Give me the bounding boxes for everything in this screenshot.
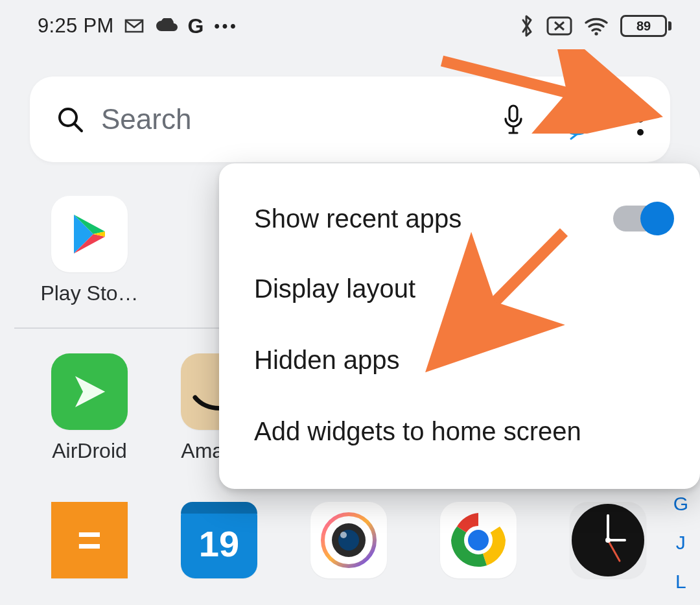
status-time: 9:25 PM (38, 14, 114, 38)
app-chrome[interactable] (414, 502, 543, 578)
menu-item-label: Hidden apps (254, 346, 400, 375)
app-label: AirDroid (31, 439, 148, 463)
menu-item-label: Display layout (254, 274, 415, 303)
battery-indicator: 89 (620, 15, 671, 37)
app-label: Play Sto… (31, 281, 148, 305)
status-right: 89 (519, 14, 671, 38)
menu-display-layout[interactable]: Display layout (219, 253, 700, 324)
adblock-icon (546, 16, 572, 36)
menu-item-label: Show recent apps (254, 204, 461, 233)
menu-item-label: Add widgets to home screen (254, 417, 581, 446)
bluetooth-icon (519, 14, 535, 38)
wifi-icon (584, 16, 609, 36)
overflow-menu-button[interactable] (617, 96, 664, 143)
voice-search-button[interactable] (490, 96, 537, 143)
status-bar: 9:25 PM G ••• 89 (0, 0, 700, 52)
overflow-menu: Show recent apps Display layout Hidden a… (219, 163, 700, 489)
more-notifications-icon: ••• (214, 18, 238, 34)
search-input[interactable] (101, 103, 473, 136)
app-calendar[interactable]: 19 (154, 502, 284, 578)
airdroid-icon (51, 353, 128, 430)
svg-point-16 (605, 538, 611, 543)
calculator-icon: = (51, 502, 128, 578)
app-airdroid[interactable]: AirDroid (25, 353, 154, 463)
bing-icon (555, 98, 598, 141)
index-letter[interactable]: G (673, 493, 688, 515)
svg-point-1 (594, 32, 598, 35)
app-play-store[interactable]: Play Sto… (25, 196, 154, 305)
battery-level: 89 (636, 19, 651, 34)
calendar-icon: 19 (181, 502, 257, 578)
svg-line-3 (75, 124, 82, 131)
app-calculator[interactable]: = (25, 502, 154, 578)
menu-show-recent-apps[interactable]: Show recent apps (219, 188, 700, 249)
app-camera[interactable] (284, 502, 414, 578)
index-letter[interactable]: J (676, 532, 686, 554)
show-recent-toggle[interactable] (613, 206, 670, 231)
microphone-icon (500, 103, 526, 136)
menu-add-widgets[interactable]: Add widgets to home screen (219, 396, 700, 467)
search-icon (56, 105, 84, 134)
svg-line-15 (608, 540, 620, 561)
app-clock[interactable] (543, 502, 673, 578)
google-icon: G (188, 14, 204, 38)
toggle-knob (640, 202, 674, 235)
play-store-icon (51, 196, 128, 272)
clock-icon (570, 502, 646, 578)
cloud-icon (154, 18, 178, 34)
status-left: 9:25 PM G ••• (38, 14, 239, 38)
gmail-icon (124, 19, 144, 33)
svg-rect-4 (509, 106, 517, 121)
search-bar[interactable] (30, 77, 670, 162)
calendar-day: 19 (199, 523, 239, 565)
camera-icon (310, 502, 387, 578)
index-letter[interactable]: L (675, 571, 686, 593)
bing-search-button[interactable] (554, 96, 600, 143)
svg-point-9 (340, 532, 347, 538)
kebab-icon (627, 103, 653, 136)
chrome-icon (440, 502, 517, 578)
menu-hidden-apps[interactable]: Hidden apps (219, 324, 700, 396)
